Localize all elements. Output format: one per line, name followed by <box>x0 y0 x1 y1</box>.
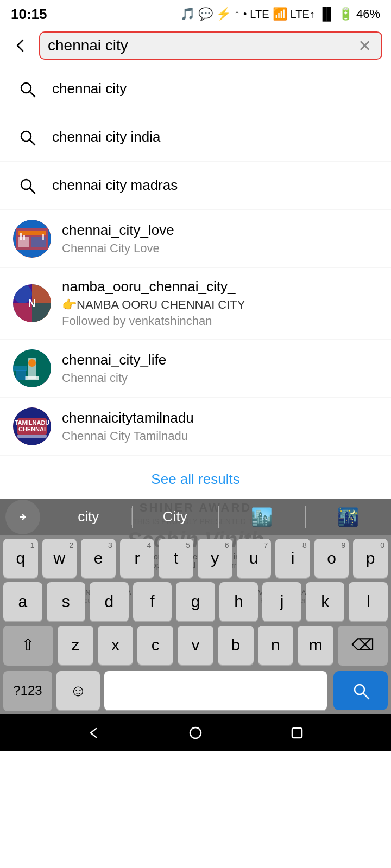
key-j[interactable]: j <box>262 582 301 621</box>
kb-suggestions-list: city City 🏙️ 🌃 <box>46 506 391 528</box>
suggestions-expand-button[interactable] <box>5 500 40 534</box>
svg-line-5 <box>30 188 35 193</box>
keyboard-suggestions-bar: city City 🏙️ 🌃 <box>0 499 391 535</box>
key-k[interactable]: k <box>306 582 345 621</box>
key-row-3: ⇧ z x c v b n m ⌫ <box>3 626 388 665</box>
search-box: chennai city ✕ <box>39 31 382 60</box>
key-h[interactable]: h <box>219 582 258 621</box>
key-v[interactable]: v <box>178 626 213 665</box>
spotify-icon: 🎵 <box>180 7 195 21</box>
list-item[interactable]: TAMILNADU CHENNAI chennaicitytamilnadu C… <box>0 398 391 456</box>
key-e[interactable]: 3e <box>81 539 116 578</box>
kb-suggestion-2[interactable]: City <box>133 508 219 525</box>
see-all-results[interactable]: See all results <box>0 456 391 499</box>
key-m[interactable]: m <box>298 626 333 665</box>
key-i[interactable]: 8i <box>275 539 310 578</box>
suggestion-subtitle: Chennai City Love <box>62 241 378 257</box>
svg-rect-24 <box>16 370 26 380</box>
key-x[interactable]: x <box>98 626 134 665</box>
suggestion-text: chennai city <box>52 80 378 98</box>
lte2-icon: LTE↑ <box>291 8 315 21</box>
suggestion-title: chennaicitytamilnadu <box>62 409 378 427</box>
search-icon <box>13 75 41 103</box>
key-g[interactable]: g <box>176 582 215 621</box>
numeric-key[interactable]: ?123 <box>3 671 52 710</box>
search-button[interactable] <box>333 671 388 710</box>
key-u[interactable]: 7u <box>237 539 272 578</box>
key-s[interactable]: s <box>47 582 86 621</box>
svg-rect-30 <box>17 435 47 438</box>
key-row-2: a s d f g h j k l <box>3 582 388 621</box>
status-time: 10:15 <box>11 6 47 23</box>
keyboard-bottom-row: ?123 ☺ <box>0 671 391 714</box>
list-item[interactable]: chennai_city_love Chennai City Love <box>0 210 391 268</box>
kb-suggestion-1[interactable]: city <box>46 508 132 525</box>
search-icon <box>13 123 41 151</box>
clear-button[interactable]: ✕ <box>356 34 374 58</box>
avatar <box>13 349 51 387</box>
key-a[interactable]: a <box>3 582 42 621</box>
list-item[interactable]: N namba_ooru_chennai_city_ 👉NAMBA OORU C… <box>0 268 391 340</box>
avatar <box>13 220 51 258</box>
key-l[interactable]: l <box>349 582 388 621</box>
svg-text:TAMILNADU: TAMILNADU <box>15 419 50 426</box>
nav-back-button[interactable] <box>84 723 104 743</box>
kb-suggestion-emoji1[interactable]: 🏙️ <box>219 507 305 527</box>
backspace-key[interactable]: ⌫ <box>338 626 388 665</box>
suggestion-title: chennai_city_life <box>62 351 378 369</box>
upload-icon: ↑ <box>234 7 240 21</box>
key-c[interactable]: c <box>137 626 173 665</box>
list-item[interactable]: chennai city madras <box>0 162 391 210</box>
key-w[interactable]: 2w <box>42 539 77 578</box>
key-d[interactable]: d <box>90 582 129 621</box>
keyboard-keys: 1q 2w 3e 4r 5t 6y 7u 8i 9o 0p a s d f g … <box>0 535 391 671</box>
suggestion-text: chennai city india <box>52 128 378 146</box>
wifi-icon: 📶 <box>273 7 287 21</box>
kb-suggestion-emoji2[interactable]: 🌃 <box>306 507 392 527</box>
space-key[interactable] <box>104 671 327 710</box>
suggestion-text: chennai city madras <box>52 176 378 195</box>
list-item[interactable]: chennai city india <box>0 113 391 162</box>
svg-text:N: N <box>28 297 36 309</box>
signal-bars-icon: ▐▌ <box>318 7 335 21</box>
key-t[interactable]: 5t <box>159 539 193 578</box>
svg-line-3 <box>30 140 35 145</box>
key-o[interactable]: 9o <box>314 539 349 578</box>
suggestion-title: namba_ooru_chennai_city_ <box>62 278 378 296</box>
shift-key[interactable]: ⇧ <box>3 626 53 665</box>
svg-rect-34 <box>292 728 302 738</box>
search-input[interactable]: chennai city <box>48 37 356 54</box>
key-b[interactable]: b <box>218 626 254 665</box>
svg-rect-12 <box>23 235 25 240</box>
nav-home-button[interactable] <box>186 723 205 743</box>
key-r[interactable]: 4r <box>120 539 155 578</box>
nav-recents-button[interactable] <box>287 723 307 743</box>
emoji-key[interactable]: ☺ <box>56 671 100 710</box>
search-icon <box>13 171 41 200</box>
key-z[interactable]: z <box>58 626 93 665</box>
suggestion-followed-by: Followed by venkatshinchan <box>62 314 378 329</box>
avatar: TAMILNADU CHENNAI <box>13 407 51 445</box>
key-q[interactable]: 1q <box>3 539 38 578</box>
svg-line-32 <box>363 693 369 699</box>
svg-rect-11 <box>20 233 22 240</box>
key-p[interactable]: 0p <box>353 539 388 578</box>
svg-rect-22 <box>25 376 39 380</box>
suggestion-title: chennai city <box>52 80 378 98</box>
message-icon: 💬 <box>198 7 213 21</box>
suggestions-list: chennai city chennai city india chennai … <box>0 65 391 456</box>
back-button[interactable] <box>9 34 33 58</box>
messenger-icon: ⚡ <box>216 7 231 21</box>
key-n[interactable]: n <box>258 626 294 665</box>
search-header: chennai city ✕ <box>0 26 391 65</box>
list-item[interactable]: chennai_city_life Chennai city <box>0 340 391 398</box>
battery-pct: 46% <box>356 7 380 21</box>
key-y[interactable]: 6y <box>198 539 232 578</box>
navigation-bar <box>0 714 391 751</box>
svg-line-1 <box>30 92 35 97</box>
dot-icon: • <box>243 9 247 20</box>
night-city-emoji-icon: 🌃 <box>337 507 359 527</box>
list-item[interactable]: chennai city <box>0 65 391 113</box>
key-f[interactable]: f <box>133 582 172 621</box>
suggestion-text: namba_ooru_chennai_city_ 👉NAMBA OORU CHE… <box>62 278 378 329</box>
